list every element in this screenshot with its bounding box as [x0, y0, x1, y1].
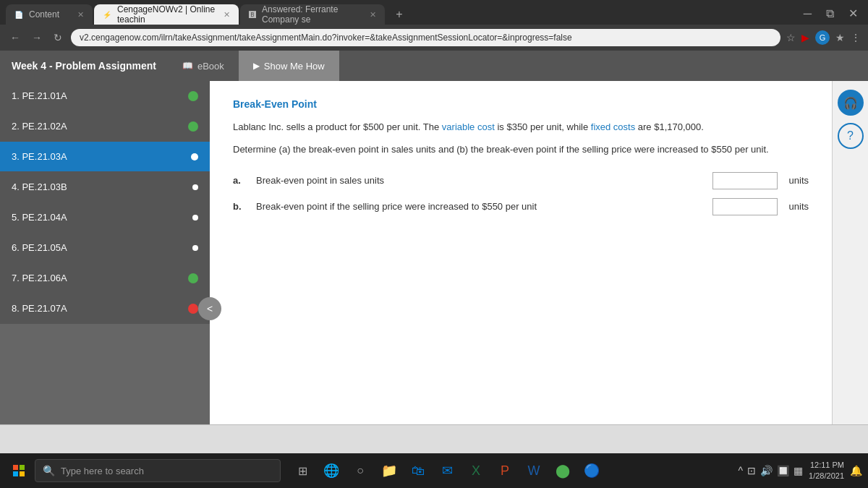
sidebar-status-2 — [188, 121, 198, 132]
content-tab-close[interactable]: ✕ — [77, 10, 84, 20]
paragraph1-post: are $1,170,000. — [635, 121, 704, 132]
sidebar-item-label-2: 2. PE.21.02A — [12, 121, 188, 132]
sidebar-item-pe2103b[interactable]: 4. PE.21.03B — [0, 172, 210, 202]
mail-button[interactable]: ✉ — [434, 458, 460, 484]
menu-icon[interactable]: ⋮ — [851, 32, 861, 43]
cortana-button[interactable]: ○ — [347, 458, 373, 484]
tab-content[interactable]: 📄 Content ✕ — [6, 4, 93, 25]
answered-tab-close[interactable]: ✕ — [370, 10, 376, 20]
notification-icon[interactable]: 🔔 — [850, 465, 862, 476]
answer-unit-b: units — [789, 201, 809, 212]
answer-input-b[interactable] — [712, 198, 778, 215]
ebook-icon: 📖 — [182, 61, 193, 71]
chrome-button[interactable]: 🔵 — [579, 458, 605, 484]
question-paragraph1: Lablanc Inc. sells a product for $500 pe… — [233, 120, 809, 135]
answer-label-b: b. — [233, 201, 247, 212]
help-icon[interactable]: 🎧 — [838, 90, 864, 116]
restore-button[interactable]: ⧉ — [822, 6, 838, 22]
ebook-label: eBook — [197, 61, 224, 72]
folder-icon: 📁 — [381, 463, 397, 479]
toolbar-icons: ☆ ▶ G ★ ⋮ — [786, 30, 861, 45]
system-tray-icons: ^ ⊡ 🔊 🔲 ▦ — [738, 465, 803, 476]
tab-cengage[interactable]: ⚡ CengageNOWv2 | Online teachin ✕ — [94, 4, 239, 25]
right-panel: 🎧 ? — [832, 81, 868, 424]
tab-answered[interactable]: 🅱 Answered: Ferrante Company se ✕ — [240, 4, 385, 25]
word-button[interactable]: W — [521, 458, 547, 484]
speaker-icon[interactable]: 🔊 — [760, 465, 773, 476]
sidebar-item-pe2105a[interactable]: 6. PE.21.05A — [0, 233, 210, 263]
app-top-bar: Week 4 - Problem Assignment 📖 eBook ▶ Sh… — [0, 51, 868, 81]
cortana-icon: ○ — [357, 464, 364, 477]
edge-button[interactable]: 🌐 — [318, 458, 344, 484]
greenapp-button[interactable]: ⬤ — [550, 458, 576, 484]
svg-rect-2 — [13, 471, 18, 476]
minimize-button[interactable]: ─ — [799, 6, 816, 22]
svg-rect-3 — [20, 471, 25, 476]
sidebar-collapse-button[interactable]: < — [198, 297, 221, 320]
app-content: Week 4 - Problem Assignment 📖 eBook ▶ Sh… — [0, 51, 868, 453]
sidebar-item-pe2101a[interactable]: 1. PE.21.01A — [0, 81, 210, 111]
answer-unit-a: units — [789, 175, 809, 186]
powerpoint-icon: P — [501, 463, 509, 479]
cengage-tab-close[interactable]: ✕ — [224, 10, 230, 20]
clock-date: 1/28/2021 — [809, 471, 844, 481]
volume-bar-icon[interactable]: ▦ — [793, 465, 803, 476]
cengage-tab-icon: ⚡ — [103, 11, 111, 19]
sidebar-item-pe2107a[interactable]: 8. PE.21.07A < — [0, 294, 210, 324]
showmehow-icon: ▶ — [253, 61, 260, 71]
profile-icon[interactable]: G — [815, 30, 830, 45]
tablet-icon[interactable]: ⊡ — [747, 465, 756, 476]
sidebar-item-pe2106a[interactable]: 7. PE.21.06A — [0, 263, 210, 294]
answer-text-b: Break-even point if the selling price we… — [256, 201, 704, 212]
sidebar-item-pe2102a[interactable]: 2. PE.21.02A — [0, 111, 210, 142]
chevron-up-icon[interactable]: ^ — [738, 465, 743, 476]
showmehow-label: Show Me How — [264, 61, 325, 72]
powerpoint-button[interactable]: P — [492, 458, 518, 484]
taskview-button[interactable]: ⊞ — [289, 458, 315, 484]
answered-tab-label: Answered: Ferrante Company se — [262, 4, 364, 25]
system-clock[interactable]: 12:11 PM 1/28/2021 — [809, 460, 844, 482]
forward-button[interactable]: → — [29, 29, 45, 46]
sidebar-status-4 — [192, 184, 198, 190]
taskbar-search-box[interactable]: 🔍 Type here to search — [35, 459, 281, 482]
excel-button[interactable]: X — [463, 458, 489, 484]
back-button[interactable]: ← — [7, 29, 23, 46]
store-icon: 🛍 — [412, 463, 425, 479]
content-tab-icon: 📄 — [14, 11, 23, 19]
question-icon[interactable]: ? — [838, 123, 864, 149]
store-button[interactable]: 🛍 — [405, 458, 431, 484]
answer-text-a: Break-even point in sales units — [256, 175, 704, 186]
mail-icon: ✉ — [442, 463, 453, 479]
start-button[interactable] — [6, 458, 32, 484]
taskview-icon: ⊞ — [298, 464, 307, 478]
sidebar-item-label-3: 3. PE.21.03A — [12, 151, 191, 162]
sidebar: 1. PE.21.01A 2. PE.21.02A 3. PE.21.03A 4… — [0, 81, 210, 424]
edge-icon: 🌐 — [323, 463, 339, 479]
tab-ebook[interactable]: 📖 eBook — [168, 51, 239, 81]
sidebar-item-label-4: 4. PE.21.03B — [12, 181, 192, 192]
sidebar-item-pe2103a[interactable]: 3. PE.21.03A — [0, 142, 210, 172]
extensions-icon[interactable]: ▶ — [801, 32, 809, 43]
tab-show-me-how[interactable]: ▶ Show Me How — [239, 51, 339, 81]
answer-row-a: a. Break-even point in sales units units — [233, 172, 809, 189]
bookmark-icon[interactable]: ☆ — [786, 32, 796, 43]
network-icon[interactable]: 🔲 — [777, 465, 789, 476]
sidebar-status-5 — [192, 215, 198, 221]
answer-input-a[interactable] — [712, 172, 778, 189]
reload-button[interactable]: ↻ — [51, 29, 65, 46]
sidebar-status-6 — [192, 245, 198, 251]
greenapp-icon: ⬤ — [556, 463, 570, 479]
paragraph1-mid: is $350 per unit, while — [495, 121, 591, 132]
address-bar: ← → ↻ ☆ ▶ G ★ ⋮ — [0, 25, 868, 51]
close-button[interactable]: ✕ — [844, 5, 862, 22]
sidebar-status-3 — [191, 153, 198, 160]
sidebar-item-pe2104a[interactable]: 5. PE.21.04A — [0, 202, 210, 233]
content-area: Break-Even Point Lablanc Inc. sells a pr… — [210, 81, 832, 424]
star-icon[interactable]: ★ — [835, 32, 845, 43]
app-title: Week 4 - Problem Assignment — [12, 60, 168, 72]
folder-button[interactable]: 📁 — [376, 458, 402, 484]
sidebar-item-label-5: 5. PE.21.04A — [12, 212, 192, 223]
word-icon: W — [528, 463, 540, 479]
address-input[interactable] — [71, 29, 780, 46]
new-tab-button[interactable]: + — [389, 4, 409, 25]
